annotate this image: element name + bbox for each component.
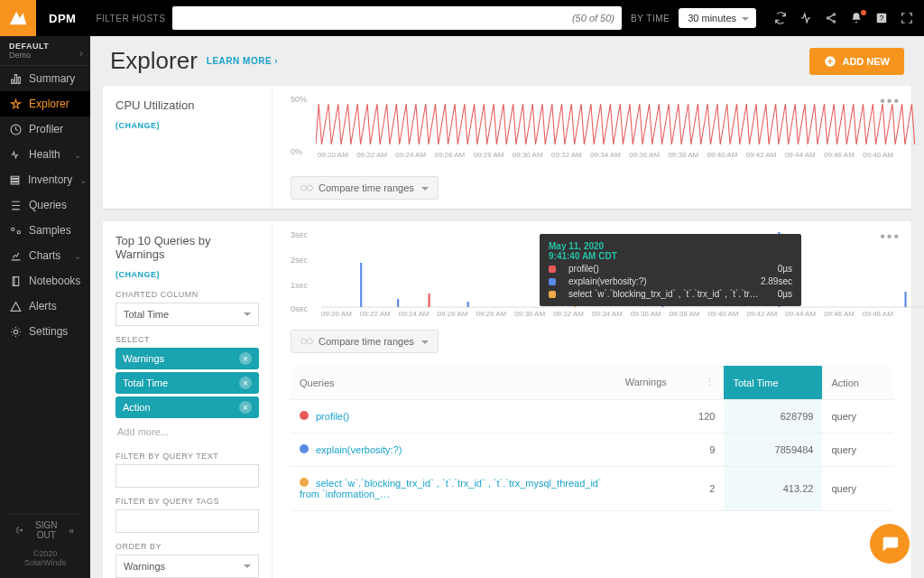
remove-icon[interactable]: × [239, 377, 252, 389]
chevron-down-icon: ⌄ [74, 150, 81, 160]
explorer-icon [9, 98, 22, 110]
change-link[interactable]: (CHANGE) [116, 121, 160, 130]
remove-icon[interactable]: × [239, 352, 252, 365]
chip-total-time[interactable]: Total Time× [116, 372, 259, 394]
table-row[interactable]: profile()120628799query [291, 400, 893, 434]
chip-warnings[interactable]: Warnings× [116, 348, 259, 369]
main-content: Explorer LEARN MORE › ADD NEW ••• CPU Ut… [90, 36, 924, 578]
cpu-chart[interactable]: 50% 0% 09:20 AM09:22 AM09:24 AM09:26 AM0… [291, 95, 893, 167]
help-icon[interactable]: ? [875, 12, 888, 24]
topbar: DPM FILTER HOSTS BY TIME 30 minutes ? [0, 0, 924, 36]
svg-rect-10 [397, 299, 399, 307]
top-queries-card: ••• Top 10 Queries by Warnings (CHANGE) … [103, 221, 911, 578]
svg-point-17 [301, 339, 307, 344]
charted-column-select[interactable]: Total Time [116, 303, 259, 326]
inventory-icon [9, 174, 21, 186]
add-more-button[interactable]: Add more... [116, 421, 259, 443]
filter-hosts-label: FILTER HOSTS [88, 14, 172, 23]
sidebar-item-summary[interactable]: Summary [0, 66, 90, 91]
compare-ranges-button[interactable]: Compare time ranges [291, 330, 439, 353]
svg-text:?: ? [880, 14, 884, 23]
table-row[interactable]: explain(verbosity:?)97859484query [291, 434, 893, 467]
svg-point-2 [833, 21, 835, 23]
refresh-icon[interactable] [774, 12, 787, 24]
sidebar-item-notebooks[interactable]: Notebooks [0, 268, 90, 294]
svg-rect-11 [429, 294, 430, 307]
chart-tooltip: May 11, 2020 9:41:40 AM CDT profile()0µs… [540, 234, 801, 306]
col-action[interactable]: Action [822, 366, 893, 400]
brand: DPM [36, 12, 88, 25]
profiler-icon [9, 124, 22, 135]
queries-table: Queries Warnings ⋮ Total Time Action pro… [291, 366, 893, 511]
sidebar-item-profiler[interactable]: Profiler [0, 117, 90, 142]
chevron-right-icon: › [79, 47, 83, 60]
order-by-select[interactable]: Warnings [116, 555, 259, 578]
col-total-time[interactable]: Total Time [724, 366, 822, 400]
svg-rect-12 [467, 302, 469, 307]
settings-icon [9, 326, 22, 338]
chevron-down-icon: ⌄ [74, 251, 81, 261]
remove-icon[interactable]: × [239, 401, 252, 414]
svg-point-18 [308, 339, 313, 344]
notebooks-icon [9, 275, 22, 287]
queries-icon [9, 200, 22, 211]
sidebar-item-queries[interactable]: Queries [0, 192, 90, 218]
svg-point-0 [833, 14, 835, 15]
svg-rect-16 [904, 292, 906, 307]
chat-fab[interactable] [870, 524, 910, 564]
sidebar-item-charts[interactable]: Charts⌄ [0, 243, 90, 268]
share-icon[interactable] [825, 12, 837, 24]
cpu-card: ••• CPU Utilization (CHANGE) 50% 0% 09:2… [103, 86, 911, 209]
sign-out-button[interactable]: SIGN OUT « [7, 514, 83, 545]
bell-icon[interactable] [850, 12, 863, 24]
sidebar-item-alerts[interactable]: Alerts [0, 294, 90, 319]
alerts-icon [9, 301, 22, 312]
summary-icon [9, 73, 22, 85]
bytime-label: BY TIME [622, 14, 679, 23]
sidebar-item-settings[interactable]: Settings [0, 319, 90, 344]
table-row[interactable]: select `w`.`blocking_trx_id` , `t`.`trx_… [291, 467, 893, 511]
svg-point-1 [827, 17, 828, 19]
svg-rect-9 [360, 263, 362, 307]
svg-point-6 [301, 185, 307, 191]
filter-query-text-input[interactable] [116, 464, 259, 488]
filter-hosts-input[interactable] [172, 6, 622, 30]
filter-query-tags-input[interactable] [116, 509, 259, 533]
chip-action[interactable]: Action× [116, 396, 259, 418]
health-icon [9, 149, 22, 161]
environment-selector[interactable]: DEFAULT Demo › [0, 36, 90, 66]
sidebar-item-inventory[interactable]: Inventory⌄ [0, 167, 90, 192]
sidebar: DEFAULT Demo › SummaryExplorerProfilerHe… [0, 36, 90, 578]
sidebar-item-explorer[interactable]: Explorer [0, 91, 90, 117]
cpu-card-title: CPU Utilization [116, 98, 259, 112]
col-warnings[interactable]: Warnings ⋮ [616, 366, 725, 400]
col-queries[interactable]: Queries [291, 366, 616, 400]
change-link[interactable]: (CHANGE) [116, 270, 160, 279]
top-card-title: Top 10 Queries by Warnings [116, 234, 259, 261]
samples-icon [9, 225, 22, 237]
learn-more-link[interactable]: LEARN MORE › [207, 56, 278, 66]
charts-icon [9, 250, 22, 262]
time-range-select[interactable]: 30 minutes [679, 8, 756, 28]
sidebar-item-health[interactable]: Health⌄ [0, 142, 90, 167]
fullscreen-icon[interactable] [901, 12, 913, 24]
add-new-button[interactable]: ADD NEW [809, 48, 904, 75]
queries-chart[interactable]: 3sec 2sec 1sec 0sec [291, 230, 893, 321]
chevron-down-icon: ⌄ [79, 175, 87, 185]
page-title: Explorer [110, 47, 198, 75]
compare-ranges-button[interactable]: Compare time ranges [291, 176, 439, 200]
logo [0, 0, 36, 36]
collapse-icon[interactable]: « [69, 526, 74, 536]
activity-icon[interactable] [799, 12, 812, 24]
svg-point-7 [308, 185, 313, 191]
sidebar-item-samples[interactable]: Samples [0, 218, 90, 243]
